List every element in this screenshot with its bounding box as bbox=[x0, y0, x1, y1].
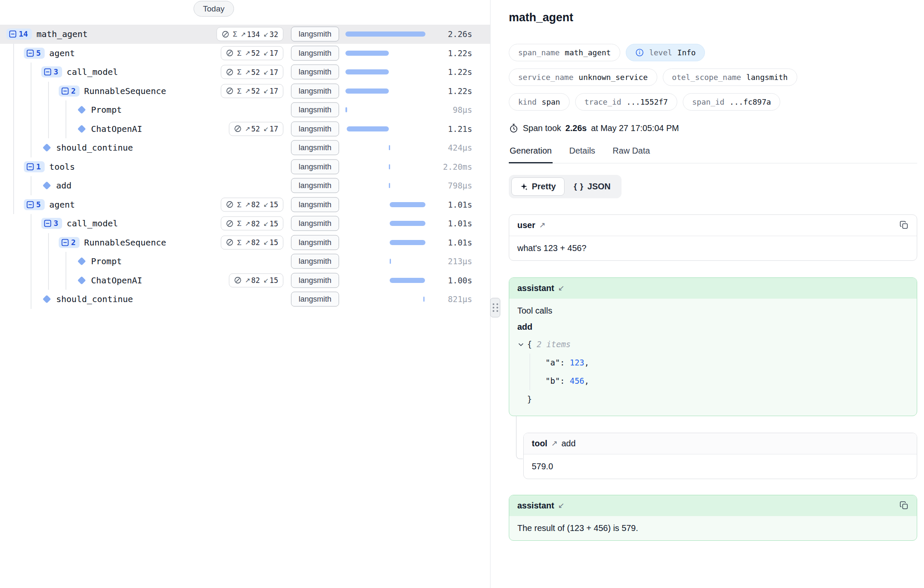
span-label: ChatOpenAI bbox=[91, 275, 142, 285]
output-tokens: 17 bbox=[270, 68, 278, 76]
timing-bar-region bbox=[345, 183, 425, 188]
copy-icon[interactable] bbox=[899, 220, 909, 230]
chip-otel-scope-name: otel_scope_name langsmith bbox=[663, 69, 797, 86]
output-arrow-icon: ↙ bbox=[263, 87, 269, 95]
collapse-toggle[interactable]: 5 bbox=[24, 199, 45, 210]
chip-value: math_agent bbox=[565, 48, 611, 57]
timing-bar bbox=[390, 278, 425, 283]
json-view-button[interactable]: { } JSON bbox=[565, 177, 619, 196]
chip-value: span bbox=[542, 97, 560, 106]
trace-row-should_continue[interactable]: should_continuelangsmith424µs bbox=[0, 138, 490, 157]
pretty-view-button[interactable]: Pretty bbox=[511, 177, 565, 196]
duration: 1.22s bbox=[426, 86, 472, 96]
trace-row-ChatOpenAI[interactable]: ChatOpenAI↗82↙15langsmith1.00s bbox=[0, 271, 490, 290]
vendor-tag: langsmith bbox=[291, 83, 339, 98]
trace-row-should_continue[interactable]: should_continuelangsmith821µs bbox=[0, 290, 490, 309]
span-label: agent bbox=[49, 48, 75, 58]
span-label: math_agent bbox=[37, 29, 88, 39]
child-count: 14 bbox=[19, 30, 28, 38]
pretty-label: Pretty bbox=[532, 182, 556, 191]
collapse-toggle[interactable]: 1 bbox=[24, 161, 45, 172]
input-arrow-icon: ↗ bbox=[245, 201, 251, 208]
vendor-tag: langsmith bbox=[291, 292, 339, 307]
trace-row-agent[interactable]: 5agentΣ↗52↙17langsmith1.22s bbox=[0, 44, 490, 63]
incoming-arrow-icon: ↙ bbox=[558, 283, 565, 293]
trace-row-agent[interactable]: 5agentΣ↗82↙15langsmith1.01s bbox=[0, 195, 490, 214]
minus-square-icon bbox=[26, 201, 34, 208]
collapse-toggle[interactable]: 5 bbox=[24, 48, 45, 59]
assistant-message-content: Tool calls add { 2 items "a": 123, bbox=[509, 299, 917, 416]
collapse-toggle[interactable]: 2 bbox=[59, 86, 80, 97]
timing-bar-region bbox=[345, 51, 425, 56]
chip-key: level bbox=[649, 48, 672, 57]
span-detail-panel: math_agent span_name math_agent level In… bbox=[491, 0, 924, 588]
tool-args-json: { 2 items "a": 123, "b": 456, } bbox=[517, 335, 909, 408]
panel-resize-handle[interactable] bbox=[490, 298, 500, 317]
json-label: JSON bbox=[587, 182, 610, 191]
chip-key: service_name bbox=[518, 73, 573, 82]
trace-row-Prompt[interactable]: Promptlangsmith98µs bbox=[0, 100, 490, 120]
input-tokens: 52 bbox=[251, 87, 260, 95]
trace-row-math_agent[interactable]: 14math_agentΣ↗134↙32langsmith2.26s bbox=[0, 25, 490, 44]
tab-generation[interactable]: Generation bbox=[509, 146, 553, 163]
trace-row-call_model[interactable]: 3call_modelΣ↗82↙15langsmith1.01s bbox=[0, 214, 490, 233]
minus-square-icon bbox=[61, 87, 69, 95]
collapse-toggle[interactable]: 3 bbox=[41, 218, 62, 229]
output-tokens: 32 bbox=[270, 30, 278, 38]
output-arrow-icon: ↙ bbox=[263, 68, 269, 76]
vendor-tag: langsmith bbox=[291, 121, 339, 136]
span-label: call_model bbox=[67, 67, 118, 77]
json-colon: : bbox=[560, 376, 565, 385]
tab-raw-data[interactable]: Raw Data bbox=[612, 146, 651, 163]
collapse-toggle[interactable]: 2 bbox=[59, 237, 80, 248]
open-brace: { bbox=[527, 335, 532, 354]
stopwatch-icon bbox=[509, 123, 519, 133]
chip-value: unknown_service bbox=[579, 73, 648, 82]
trace-row-Prompt[interactable]: Promptlangsmith213µs bbox=[0, 252, 490, 271]
duration: 1.01s bbox=[426, 200, 472, 209]
trace-row-call_model[interactable]: 3call_modelΣ↗52↙17langsmith1.22s bbox=[0, 63, 490, 82]
chip-row-2: service_name unknown_service otel_scope_… bbox=[509, 69, 917, 86]
chip-value: ...fc897a bbox=[730, 97, 771, 106]
child-count: 2 bbox=[71, 239, 76, 246]
trace-row-add[interactable]: addlangsmith798µs bbox=[0, 176, 490, 195]
span-label: should_continue bbox=[56, 143, 133, 153]
minus-square-icon bbox=[44, 220, 51, 227]
collapse-toggle[interactable]: 3 bbox=[41, 66, 62, 77]
vendor-tag: langsmith bbox=[291, 140, 339, 155]
collapse-toggle[interactable]: 14 bbox=[6, 29, 32, 40]
minus-square-icon bbox=[9, 30, 17, 38]
json-entry: "a": 123, bbox=[545, 354, 909, 372]
trace-row-RunnableSequence[interactable]: 2RunnableSequenceΣ↗82↙15langsmith1.01s bbox=[0, 233, 490, 252]
leaf-diamond-icon bbox=[77, 125, 86, 133]
sigma-icon: Σ bbox=[237, 201, 242, 208]
trace-tree-panel: Today 14math_agentΣ↗134↙32langsmith2.26s… bbox=[0, 0, 491, 588]
assistant-final-card: assistant ↙ The result of (123 + 456) is… bbox=[509, 495, 917, 541]
timing-bar bbox=[389, 145, 390, 150]
tab-details[interactable]: Details bbox=[568, 146, 596, 163]
chip-span-id: span_id ...fc897a bbox=[683, 93, 780, 111]
json-key: "b" bbox=[545, 376, 560, 385]
assistant-message-header: assistant ↙ bbox=[509, 495, 917, 516]
json-value: 456 bbox=[570, 376, 584, 385]
message-thread: user ↗ what's 123 + 456? assistant ↙ Too… bbox=[509, 214, 917, 541]
span-label: RunnableSequence bbox=[84, 237, 166, 248]
input-tokens: 52 bbox=[251, 49, 260, 57]
span-label: ChatOpenAI bbox=[91, 124, 142, 134]
chevron-down-icon[interactable] bbox=[517, 341, 525, 348]
trace-row-RunnableSequence[interactable]: 2RunnableSequenceΣ↗52↙17langsmith1.22s bbox=[0, 82, 490, 101]
trace-row-ChatOpenAI[interactable]: ChatOpenAI↗52↙17langsmith1.21s bbox=[0, 120, 490, 139]
span-label: call_model bbox=[67, 218, 118, 228]
today-filter-button[interactable]: Today bbox=[194, 1, 234, 17]
input-arrow-icon: ↗ bbox=[245, 87, 251, 95]
took-prefix: Span took bbox=[523, 123, 561, 133]
leaf-diamond-icon bbox=[77, 106, 86, 114]
input-arrow-icon: ↗ bbox=[245, 49, 251, 57]
copy-icon[interactable] bbox=[899, 501, 909, 510]
sparkle-icon bbox=[520, 183, 528, 191]
timing-bar-region bbox=[345, 69, 425, 74]
child-count: 5 bbox=[36, 49, 41, 57]
input-tokens: 52 bbox=[251, 68, 260, 76]
chip-value: langsmith bbox=[746, 73, 788, 82]
trace-row-tools[interactable]: 1toolslangsmith2.20ms bbox=[0, 157, 490, 177]
